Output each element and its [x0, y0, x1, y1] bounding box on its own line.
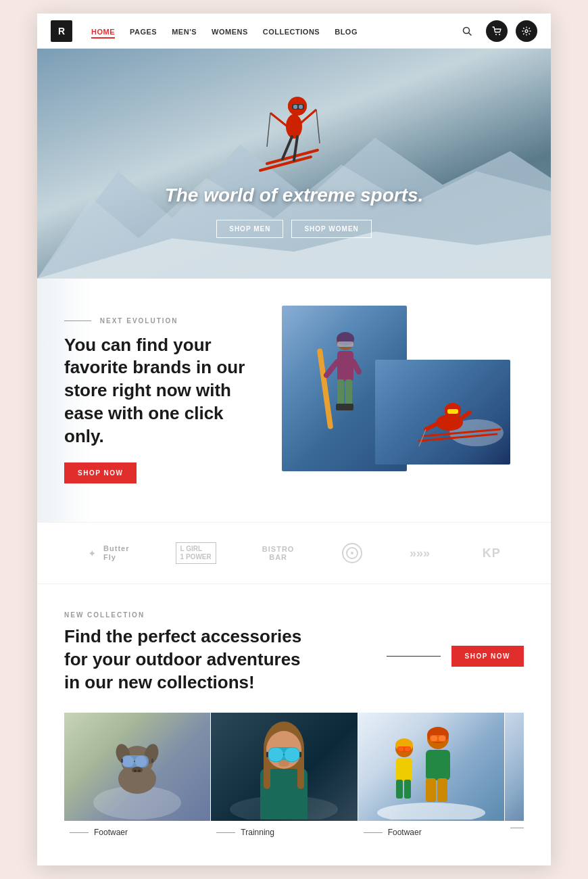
- svg-rect-26: [337, 379, 344, 406]
- product-image-1: [64, 713, 210, 821]
- svg-line-31: [326, 362, 337, 375]
- svg-line-20: [283, 137, 292, 159]
- svg-rect-28: [336, 404, 345, 410]
- nav-item-blog[interactable]: BLOG: [335, 25, 358, 37]
- svg-point-46: [351, 552, 353, 554]
- nav-item-womens[interactable]: WOMENS: [212, 25, 248, 37]
- collection-header: Find the perfect accessories for your ou…: [64, 625, 524, 694]
- svg-rect-88: [437, 778, 447, 802]
- svg-rect-30: [317, 348, 333, 429]
- svg-point-80: [377, 803, 485, 819]
- nav-item-home[interactable]: HOME: [91, 25, 115, 37]
- nav-item-pages[interactable]: PAGES: [130, 25, 157, 37]
- brand-girl-power: L GIRL1 POWER: [176, 542, 216, 564]
- product-card-2: Trainning: [211, 713, 358, 845]
- settings-icon: [522, 26, 531, 36]
- collection-divider: [387, 656, 441, 657]
- evolution-right: [282, 306, 510, 495]
- hero-buttons: SHOP MEN SHOP WOMEN: [37, 220, 551, 238]
- product-card-4: [505, 713, 524, 845]
- evolution-tag: NEXT EVOLUTION: [64, 317, 255, 325]
- nav-links: HOME PAGES MEN'S WOMENS COLLECTIONS BLOG: [91, 25, 358, 37]
- collection-right: SHOP NOW: [387, 646, 524, 667]
- svg-line-19: [316, 110, 320, 143]
- evolution-image-2: [375, 360, 510, 465]
- svg-point-62: [138, 769, 141, 771]
- hero-content: The world of extreme sports. SHOP MEN SH…: [37, 185, 551, 238]
- svg-rect-15: [299, 105, 303, 109]
- product-card-1: Footwaer: [64, 713, 211, 845]
- svg-line-16: [270, 113, 287, 126]
- brand-symbol-icon: [341, 542, 364, 565]
- search-button[interactable]: [456, 20, 478, 42]
- svg-rect-24: [337, 341, 353, 347]
- shop-women-button[interactable]: SHOP WOMEN: [291, 220, 371, 238]
- search-icon: [462, 26, 472, 36]
- product-card-3: Footwaer: [358, 713, 505, 845]
- brand-arrows-icon: »»»: [410, 545, 437, 561]
- svg-rect-96: [404, 780, 411, 799]
- cart-button[interactable]: [486, 20, 508, 42]
- svg-point-77: [278, 760, 289, 767]
- svg-rect-63: [127, 772, 147, 786]
- svg-line-32: [353, 362, 359, 372]
- product-label-3: Footwaer: [358, 821, 504, 845]
- navbar: R HOME PAGES MEN'S WOMENS COLLECTIONS BL…: [37, 14, 551, 49]
- svg-text:✦: ✦: [89, 549, 95, 559]
- hero-skier: [257, 59, 331, 176]
- collection-shop-button[interactable]: SHOP NOW: [451, 646, 524, 667]
- svg-rect-75: [266, 752, 268, 757]
- svg-rect-93: [405, 747, 410, 751]
- svg-rect-29: [344, 404, 353, 410]
- cart-icon: [492, 26, 501, 36]
- svg-line-1: [469, 32, 472, 35]
- svg-rect-58: [121, 759, 123, 763]
- product-image-3: [358, 713, 504, 821]
- svg-point-61: [134, 769, 137, 771]
- footer-spacer: [37, 845, 551, 865]
- product-image-2: [211, 713, 357, 821]
- svg-point-2: [495, 34, 497, 35]
- svg-line-41: [419, 429, 426, 446]
- hero-title: The world of extreme sports.: [37, 185, 551, 206]
- svg-point-4: [525, 30, 528, 32]
- brand-butterfly-icon: ✦: [87, 546, 101, 560]
- evolution-heading: You can find your favorite brands in our…: [64, 334, 255, 448]
- brand-butterfly: ✦ ButterFly: [87, 544, 129, 562]
- svg-rect-86: [426, 750, 450, 780]
- settings-button[interactable]: [516, 20, 537, 42]
- svg-rect-85: [439, 736, 445, 741]
- brands-section: ✦ ButterFly L GIRL1 POWER BISTROBAR »»» …: [37, 522, 551, 584]
- brand-symbol: [341, 542, 364, 565]
- navbar-right: [456, 20, 537, 42]
- brand-bistro: BISTROBAR: [262, 545, 295, 561]
- evolution-shop-button[interactable]: SHOP NOW: [64, 462, 137, 483]
- product-label-2: Trainning: [211, 821, 357, 845]
- svg-line-42: [460, 412, 470, 419]
- product-label-4: [505, 821, 524, 836]
- shop-men-button[interactable]: SHOP MEN: [216, 220, 283, 238]
- svg-rect-94: [396, 758, 412, 782]
- svg-point-3: [499, 34, 500, 35]
- evolution-line: [64, 320, 91, 321]
- svg-rect-92: [398, 747, 403, 751]
- product-grid: Footwaer: [64, 713, 524, 845]
- svg-rect-59: [151, 759, 153, 763]
- svg-rect-27: [345, 379, 352, 406]
- svg-rect-78: [270, 769, 297, 779]
- evolution-section: NEXT EVOLUTION You can find your favorit…: [37, 279, 551, 522]
- nav-item-collections[interactable]: COLLECTIONS: [263, 25, 320, 37]
- evolution-left: NEXT EVOLUTION You can find your favorit…: [64, 317, 255, 484]
- svg-point-10: [286, 114, 302, 139]
- svg-text:»»»: »»»: [410, 546, 430, 560]
- new-collection-section: NEW COLLECTION Find the perfect accessor…: [37, 584, 551, 845]
- brand-kp: KP: [483, 546, 501, 561]
- collection-title: Find the perfect accessories for your ou…: [64, 625, 308, 694]
- svg-rect-72: [268, 748, 283, 761]
- svg-rect-25: [337, 351, 353, 381]
- collection-tag: NEW COLLECTION: [64, 611, 524, 619]
- navbar-left: R HOME PAGES MEN'S WOMENS COLLECTIONS BL…: [51, 20, 358, 42]
- nav-item-mens[interactable]: MEN'S: [172, 25, 197, 37]
- brand-arrows: »»»: [410, 545, 437, 561]
- logo[interactable]: R: [51, 20, 72, 42]
